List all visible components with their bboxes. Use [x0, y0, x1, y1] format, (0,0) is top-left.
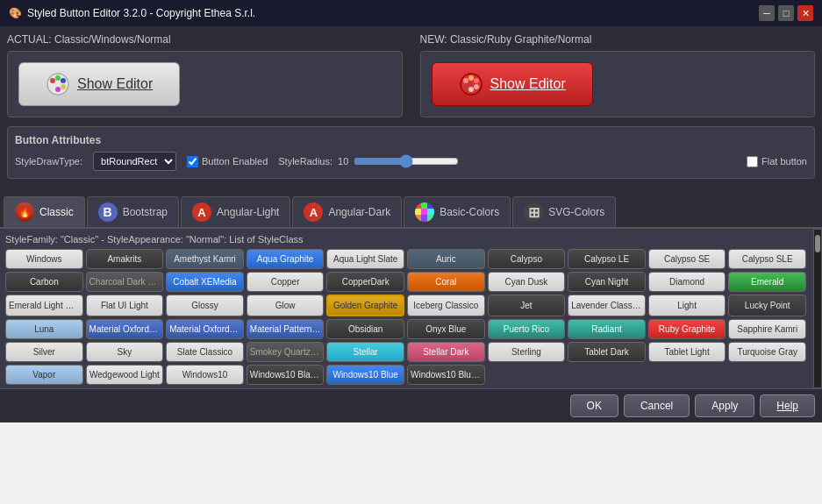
tab-angular-light[interactable]: A Angular-Light: [181, 196, 290, 227]
tab-basic-colors[interactable]: Basic-Colors: [404, 196, 511, 227]
style-btn[interactable]: Windows10 Blue: [326, 365, 404, 385]
attributes-row: StyleDrawType: btRoundRect Button Enable…: [15, 152, 807, 171]
actual-preview-box: ACTUAL: Classic/Windows/Normal Show Edit…: [7, 33, 403, 117]
apply-button[interactable]: Apply: [695, 394, 754, 417]
style-btn[interactable]: Glow: [247, 295, 325, 316]
style-btn[interactable]: Windows10 Blue Whale: [407, 365, 485, 385]
style-btn[interactable]: Light: [648, 295, 726, 316]
style-btn[interactable]: Golden Graphite: [326, 295, 404, 316]
svg-point-1: [50, 78, 55, 83]
style-btn[interactable]: Aqua Light Slate: [326, 249, 404, 269]
style-btn[interactable]: Windows10: [166, 365, 244, 385]
style-btn[interactable]: Smokey Quartz Kamri: [247, 342, 325, 362]
style-btn[interactable]: Amethyst Kamri: [166, 249, 244, 269]
style-btn[interactable]: Emerald Light Slate: [5, 295, 83, 316]
help-button[interactable]: Help: [760, 394, 815, 417]
style-btn[interactable]: Stellar Dark: [407, 342, 485, 362]
style-btn[interactable]: Windows10 BlackPearl: [247, 365, 325, 385]
style-btn[interactable]: Calypso: [488, 249, 566, 269]
style-btn[interactable]: Sterling: [488, 342, 566, 362]
close-button[interactable]: ✕: [797, 5, 813, 21]
style-btn[interactable]: Calypso SLE: [728, 249, 806, 269]
tab-classic[interactable]: 🔥 Classic: [4, 196, 85, 227]
style-draw-label: StyleDrawType:: [15, 156, 82, 167]
style-btn[interactable]: Tablet Dark: [568, 342, 646, 362]
style-btn[interactable]: Calypso SE: [648, 249, 726, 269]
ok-button[interactable]: OK: [570, 394, 618, 417]
style-btn[interactable]: Radiant: [568, 319, 646, 339]
style-btn[interactable]: Coral: [407, 272, 485, 292]
style-btn[interactable]: Puerto Rico: [488, 319, 566, 339]
style-btn[interactable]: Tablet Light: [648, 342, 726, 362]
style-btn[interactable]: Obsidian: [326, 319, 404, 339]
style-btn[interactable]: Slate Classico: [166, 342, 244, 362]
svg-point-3: [61, 78, 66, 83]
slider-group: StyleRadius: 10: [278, 154, 736, 168]
tab-angular-dark-label: Angular-Dark: [328, 206, 390, 218]
style-btn[interactable]: CopperDark: [326, 272, 404, 292]
style-list-header: StyleFamily: "Classic" - StyleAppearance…: [5, 234, 304, 245]
flat-btn-checkbox[interactable]: [747, 156, 758, 167]
style-btn[interactable]: Auric: [407, 249, 485, 269]
style-btn[interactable]: Jet: [488, 295, 566, 316]
style-draw-select[interactable]: btRoundRect: [93, 152, 176, 171]
style-btn[interactable]: Cyan Dusk: [488, 272, 566, 292]
style-btn[interactable]: Calypso LE: [568, 249, 646, 269]
style-btn[interactable]: Flat UI Light: [86, 295, 164, 316]
cancel-button[interactable]: Cancel: [624, 394, 690, 417]
style-radius-slider[interactable]: [354, 154, 459, 168]
svg-rect-20: [415, 215, 421, 222]
style-btn[interactable]: Glossy: [166, 295, 244, 316]
svg-rect-22: [427, 215, 434, 222]
maximize-button[interactable]: □: [778, 5, 794, 21]
style-btn[interactable]: Turquoise Gray: [728, 342, 806, 362]
style-btn[interactable]: Ruby Graphite: [648, 319, 726, 339]
basic-colors-icon: [415, 202, 434, 222]
app-title: Styled Button Editor 3.2.0 - Copyright E…: [27, 7, 255, 19]
new-preview-button[interactable]: Show Editor: [432, 62, 593, 106]
style-btn[interactable]: Sky: [86, 342, 164, 362]
style-btn[interactable]: Silver: [5, 342, 83, 362]
style-btn[interactable]: Diamond: [648, 272, 726, 292]
title-bar-controls: ─ □ ✕: [759, 5, 813, 21]
tab-bootstrap[interactable]: B Bootstrap: [87, 196, 179, 227]
style-btn[interactable]: Lucky Point: [728, 295, 806, 316]
flat-btn-label: Flat button: [761, 156, 807, 167]
style-btn[interactable]: Amakrits: [86, 249, 164, 269]
style-btn[interactable]: Material Oxford Blue: [166, 319, 244, 339]
svg-rect-18: [421, 209, 427, 215]
style-btn[interactable]: Cyan Night: [568, 272, 646, 292]
style-radius-label: StyleRadius:: [278, 156, 332, 167]
btn-enabled-checkbox[interactable]: [187, 156, 198, 167]
minimize-button[interactable]: ─: [759, 5, 775, 21]
style-btn[interactable]: Windows: [5, 249, 83, 269]
tab-svg-colors-label: SVG-Colors: [548, 206, 604, 218]
svg-point-9: [474, 78, 479, 83]
tab-svg-colors[interactable]: ⊞ SVG-Colors: [512, 196, 616, 227]
actual-preview-button[interactable]: Show Editor: [18, 62, 180, 106]
style-btn[interactable]: Aqua Graphite: [247, 249, 325, 269]
scrollbar[interactable]: [813, 229, 822, 388]
style-btn[interactable]: Material Oxford Blue: [86, 319, 164, 339]
style-btn[interactable]: Copper: [247, 272, 325, 292]
actual-btn-label: Show Editor: [77, 76, 153, 92]
style-btn[interactable]: Onyx Blue: [407, 319, 485, 339]
style-btn[interactable]: Vapor: [5, 365, 83, 385]
actual-preview-container: Show Editor: [7, 51, 403, 117]
style-btn[interactable]: Wedgewood Light: [86, 365, 164, 385]
style-btn[interactable]: Stellar: [326, 342, 404, 362]
style-btn[interactable]: Carbon: [5, 272, 83, 292]
style-btn[interactable]: Material Patterns Blue: [247, 319, 325, 339]
style-btn[interactable]: Emerald: [728, 272, 806, 292]
help-label: Help: [776, 400, 798, 412]
style-btn[interactable]: Lavender Classico: [568, 295, 646, 316]
style-btn[interactable]: Sapphire Kamri: [728, 319, 806, 339]
style-btn[interactable]: Charcoal Dark Slate: [86, 272, 164, 292]
tab-angular-dark[interactable]: A Angular-Dark: [292, 196, 402, 227]
svg-point-10: [474, 84, 479, 89]
style-btn[interactable]: Luna: [5, 319, 83, 339]
attributes-section: Button Attributes StyleDrawType: btRound…: [7, 126, 815, 179]
btn-enabled-group: Button Enabled: [187, 156, 268, 167]
style-btn[interactable]: Iceberg Classico: [407, 295, 485, 316]
style-btn[interactable]: Cobalt XEMedia: [166, 272, 244, 292]
